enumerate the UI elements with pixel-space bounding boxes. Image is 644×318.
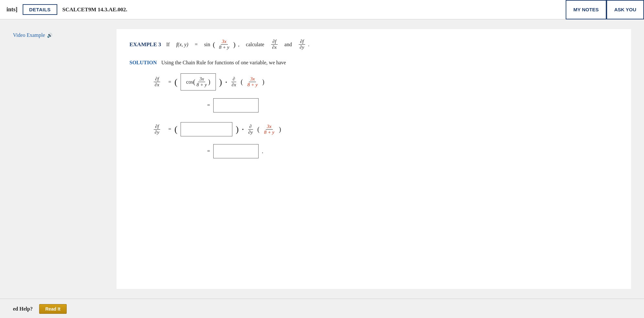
video-example-link[interactable]: Video Example 🔊	[13, 32, 117, 38]
example-label: EXAMPLE 3	[129, 41, 161, 48]
header-left: ints] DETAILS SCALCET9M 14.3.AE.002.	[0, 4, 566, 15]
example-df-num: ∂f	[271, 39, 278, 45]
example-df-dy: ∂f ∂y	[298, 39, 305, 50]
eq3-partial-arg-den: 8 + y	[263, 130, 276, 135]
example-close-paren: )	[233, 40, 236, 49]
header-right: MY NOTES ASK YOU	[566, 0, 644, 19]
eq2-row: =	[207, 98, 618, 112]
eq4-input[interactable]	[213, 144, 259, 158]
eq1-partial-arg: 3x 8 + y	[246, 76, 259, 88]
example-sin: sin	[204, 42, 210, 48]
my-notes-button[interactable]: MY NOTES	[566, 0, 606, 19]
eq1-open-paren1: (	[174, 77, 177, 87]
example-df-den: ∂x	[271, 45, 278, 50]
example-text: If f(x, y) = sin ( 3x 8 + y ) , calculat…	[166, 39, 309, 50]
eq3-lhs: ∂f ∂y	[149, 124, 165, 135]
eq2-input[interactable]	[213, 98, 259, 112]
example-equals: =	[195, 42, 198, 48]
eq3-lhs-den: ∂y	[153, 130, 161, 135]
video-example-label: Video Example	[13, 32, 45, 38]
example-dfy-num: ∂f	[299, 39, 305, 45]
header: ints] DETAILS SCALCET9M 14.3.AE.002. MY …	[0, 0, 644, 19]
example-func-var: f(x, y)	[176, 42, 188, 48]
right-panel: EXAMPLE 3 If f(x, y) = sin ( 3x 8 + y ) …	[117, 29, 631, 289]
eq1-partial-den: ∂x	[230, 82, 238, 88]
eq4-period: .	[262, 148, 263, 155]
example-df-dx: ∂f ∂x	[271, 39, 278, 50]
eq1-arg-close: )	[262, 78, 264, 86]
eq1-lhs-num: ∂f	[154, 76, 160, 82]
eq3-partial-num: ∂	[248, 124, 253, 130]
example-open-paren: (	[213, 40, 215, 49]
eq1-lhs: ∂f ∂x	[149, 76, 165, 88]
equations: ∂f ∂x = ( cos ( 3x 8 + y ) ) ·	[129, 73, 618, 158]
eq1-close-paren1: )	[219, 77, 222, 87]
eq3-partial: ∂ ∂y	[247, 124, 254, 135]
solution-text: Using the Chain Rule for functions of on…	[161, 60, 286, 66]
eq3-partial-arg-num: 3x	[266, 124, 273, 130]
eq3-arg-close: )	[279, 126, 281, 133]
example-dfy-den: ∂y	[298, 45, 305, 50]
main-content: Video Example 🔊 EXAMPLE 3 If f(x, y) = s…	[0, 19, 644, 299]
solution-label: SOLUTION	[129, 60, 157, 66]
example-fraction: 3x 8 + y	[218, 39, 231, 50]
example-frac-den: 8 + y	[218, 45, 231, 50]
eq3-arg-open: (	[257, 126, 260, 133]
eq1-arg-frac: 3x 8 + y	[195, 76, 208, 88]
eq4-row: = .	[207, 144, 618, 158]
eq3-close-paren1: )	[236, 124, 239, 134]
problem-id: SCALCET9M 14.3.AE.002.	[62, 6, 128, 13]
eq3-row: ∂f ∂y = ( ) · ∂ ∂y ( 3x 8 + y )	[149, 122, 618, 136]
eq3-lhs-num: ∂f	[154, 124, 160, 130]
example-frac-num: 3x	[221, 39, 228, 45]
read-it-button[interactable]: Read It	[39, 304, 67, 314]
eq2-equals: =	[207, 102, 210, 108]
example-if: If	[166, 42, 170, 48]
eq1-partial: ∂ ∂x	[230, 76, 238, 88]
eq1-cos-paren-close: )	[208, 78, 210, 86]
eq1-partial-arg-den: 8 + y	[246, 82, 259, 88]
eq1-row: ∂f ∂x = ( cos ( 3x 8 + y ) ) ·	[149, 73, 618, 90]
eq3-input[interactable]	[181, 122, 232, 136]
eq1-arg-den: 8 + y	[195, 82, 208, 88]
solution-row: SOLUTION Using the Chain Rule for functi…	[129, 60, 618, 66]
need-help-label: ed Help?	[13, 306, 33, 312]
eq1-equals: =	[168, 79, 171, 85]
eq1-cos-paren-open: (	[193, 78, 195, 86]
points-label: ints]	[6, 6, 17, 13]
eq1-arg-num: 3x	[198, 76, 205, 82]
bottom-bar: ed Help? Read It	[0, 299, 644, 318]
eq3-partial-arg: 3x 8 + y	[263, 124, 276, 135]
example-comma: ,	[238, 42, 239, 48]
eq3-partial-den: ∂y	[247, 130, 254, 135]
example-calculate: calculate	[246, 42, 264, 48]
eq1-lhs-den: ∂x	[153, 82, 161, 88]
eq3-dot: ·	[242, 125, 244, 133]
eq3-open-paren1: (	[174, 124, 177, 134]
ask-your-button[interactable]: ASK YOU	[606, 0, 644, 19]
example-and: and	[284, 42, 292, 48]
eq1-partial-arg-num: 3x	[249, 76, 256, 82]
eq1-partial-num: ∂	[231, 76, 236, 82]
eq1-dot: ·	[225, 78, 227, 86]
eq1-arg-open: (	[241, 78, 243, 86]
eq1-boxed: cos ( 3x 8 + y )	[181, 73, 216, 90]
eq1-cos: cos	[186, 79, 193, 85]
eq4-equals: =	[207, 148, 210, 154]
left-panel: Video Example 🔊	[13, 29, 117, 289]
example-period: .	[308, 42, 309, 48]
details-button[interactable]: DETAILS	[23, 4, 57, 15]
eq3-equals: =	[168, 126, 171, 132]
example-header: EXAMPLE 3 If f(x, y) = sin ( 3x 8 + y ) …	[129, 39, 618, 50]
speaker-icon: 🔊	[47, 33, 52, 38]
